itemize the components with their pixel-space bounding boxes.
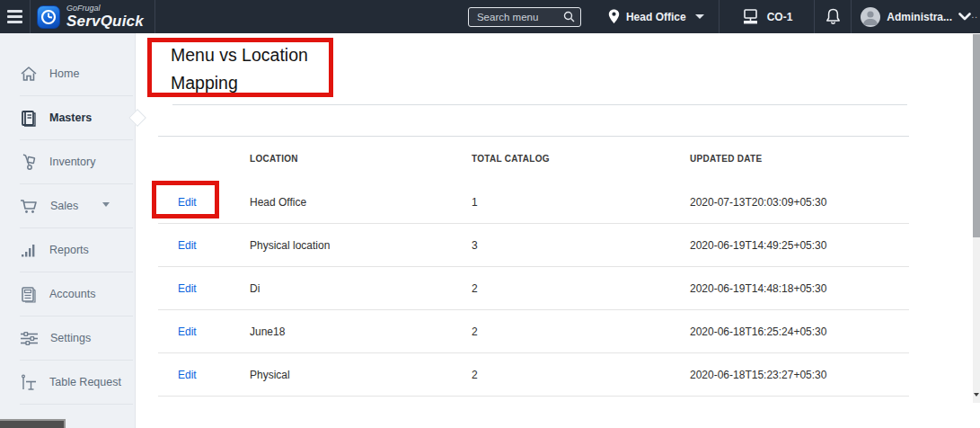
book-icon (20, 110, 38, 127)
sidebar-item-label: Sales (50, 200, 78, 212)
cell-updated-date: 2020-06-18T16:25:24+05:30 (690, 325, 909, 338)
chevron-down-icon (958, 13, 971, 21)
sidebar-item-masters[interactable]: Masters (0, 96, 135, 139)
title-divider (172, 104, 907, 105)
sidebar-nav: Home Masters (0, 33, 136, 428)
header-updated-date: UPDATED DATE (690, 154, 909, 164)
table-row: Edit Physical location 3 2020-06-19T14:4… (158, 224, 909, 267)
sliders-icon (20, 331, 39, 346)
sidebar-item-label: Table Request (49, 376, 121, 388)
map-pin-icon (608, 9, 620, 24)
table-row: Edit Physical 2 2020-06-18T15:23:27+05:3… (158, 353, 909, 397)
sidebar-item-label: Masters (49, 111, 92, 124)
cell-updated-date: 2020-07-13T20:03:09+05:30 (690, 196, 909, 209)
table-icon (20, 374, 38, 391)
brand-gofrugal: GoFrugal (66, 4, 144, 13)
sidebar-item-label: Reports (49, 244, 89, 256)
servquick-app: GoFrugal ServQuick Head Office (0, 0, 980, 428)
cell-updated-date: 2020-06-19T14:49:25+05:30 (690, 239, 909, 252)
cell-total-catalog: 3 (472, 239, 690, 252)
sidebar-item-accounts[interactable]: Accounts (0, 272, 135, 316)
cell-location: Physical (250, 369, 472, 381)
location-label: Head Office (626, 11, 686, 23)
edit-link[interactable]: Edit (178, 239, 197, 252)
top-bar: GoFrugal ServQuick Head Office (0, 0, 980, 33)
cell-total-catalog: 2 (472, 369, 690, 381)
user-label: Administra... (887, 11, 952, 23)
brand-text: GoFrugal ServQuick (66, 4, 144, 29)
edge-overflow-dots: .. (971, 10, 978, 20)
sidebar-item-sales[interactable]: Sales (0, 184, 135, 227)
clock-logo-icon (37, 5, 60, 29)
table-row: Edit Head Office 1 2020-07-13T20:03:09+0… (158, 181, 909, 224)
sidebar-item-settings[interactable]: Settings (0, 317, 135, 360)
location-selector[interactable]: Head Office (594, 0, 720, 33)
hand-truck-icon (20, 154, 38, 171)
mapping-table: LOCATION TOTAL CATALOG UPDATED DATE Edit… (158, 136, 909, 397)
edit-link[interactable]: Edit (178, 282, 197, 295)
vertical-scrollbar[interactable] (973, 34, 980, 403)
cell-location: Di (250, 282, 472, 295)
table-header-row: LOCATION TOTAL CATALOG UPDATED DATE (158, 137, 909, 181)
cell-updated-date: 2020-06-19T14:48:18+05:30 (690, 282, 909, 295)
cell-location: Head Office (250, 196, 472, 209)
calculator-icon (20, 286, 38, 303)
edit-link[interactable]: Edit (178, 369, 197, 381)
pos-monitor-icon (741, 9, 760, 25)
sidebar-item-label: Settings (50, 332, 91, 344)
search-box (468, 7, 581, 27)
cell-total-catalog: 1 (472, 196, 690, 209)
sidebar-item-home[interactable]: Home (0, 52, 135, 95)
scrollbar-thumb[interactable] (973, 34, 980, 237)
user-avatar-icon (861, 7, 880, 27)
sidebar-item-label: Inventory (49, 156, 95, 168)
cell-location: June18 (250, 325, 472, 338)
main-content: Menu vs Location Mapping LOCATION TOTAL … (137, 33, 973, 428)
table-row: Edit Di 2 2020-06-19T14:48:18+05:30 (158, 267, 909, 310)
user-menu[interactable]: Administra... (852, 0, 980, 33)
chevron-down-icon (102, 202, 110, 207)
bar-chart-icon (20, 242, 38, 258)
bell-icon (825, 8, 841, 25)
table-row: Edit June18 2 2020-06-18T16:25:24+05:30 (158, 310, 909, 353)
page-title: Menu vs Location Mapping (171, 41, 334, 97)
chevron-down-icon (695, 14, 704, 19)
sidebar-item-reports[interactable]: Reports (0, 228, 135, 272)
edit-link[interactable]: Edit (178, 196, 197, 209)
cell-location: Physical location (250, 239, 472, 252)
table-body: Edit Head Office 1 2020-07-13T20:03:09+0… (158, 181, 909, 397)
header-total-catalog: TOTAL CATALOG (472, 154, 690, 164)
sidebar-item-table-request[interactable]: Table Request (0, 361, 135, 404)
sidebar-item-inventory[interactable]: Inventory (0, 140, 135, 183)
cell-total-catalog: 2 (472, 282, 690, 295)
terminal-label: CO-1 (767, 11, 793, 23)
notifications-button[interactable] (815, 0, 852, 33)
edit-link[interactable]: Edit (178, 325, 197, 338)
brand-servquick: ServQuick (66, 13, 144, 29)
partial-dark-box (0, 419, 66, 428)
shopping-cart-icon (20, 198, 39, 215)
hamburger-menu-icon[interactable] (0, 0, 31, 33)
home-icon (20, 66, 38, 82)
cell-updated-date: 2020-06-18T15:23:27+05:30 (690, 369, 909, 381)
sidebar-item-label: Home (49, 67, 79, 80)
search-icon[interactable] (563, 11, 575, 22)
terminal-selector[interactable]: CO-1 (720, 0, 816, 33)
cell-total-catalog: 2 (472, 325, 690, 338)
sidebar-divider (20, 404, 133, 405)
brand-logo[interactable]: GoFrugal ServQuick (31, 0, 155, 33)
sidebar-item-label: Accounts (49, 288, 95, 300)
header-location: LOCATION (250, 154, 472, 164)
scrollbar-down-arrow-icon[interactable] (974, 393, 979, 397)
